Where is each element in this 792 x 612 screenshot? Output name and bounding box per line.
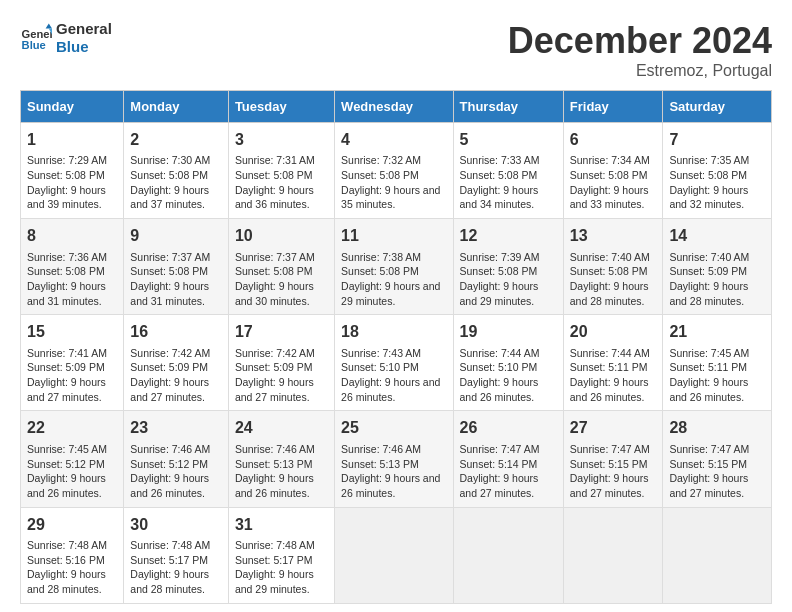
calendar-week-row: 15Sunrise: 7:41 AMSunset: 5:09 PMDayligh…	[21, 315, 772, 411]
calendar-cell: 31Sunrise: 7:48 AMSunset: 5:17 PMDayligh…	[228, 507, 334, 603]
calendar-week-row: 22Sunrise: 7:45 AMSunset: 5:12 PMDayligh…	[21, 411, 772, 507]
calendar-cell: 25Sunrise: 7:46 AMSunset: 5:13 PMDayligh…	[335, 411, 453, 507]
calendar-cell: 13Sunrise: 7:40 AMSunset: 5:08 PMDayligh…	[563, 219, 663, 315]
day-number: 21	[669, 321, 765, 343]
calendar-week-row: 29Sunrise: 7:48 AMSunset: 5:16 PMDayligh…	[21, 507, 772, 603]
day-number: 7	[669, 129, 765, 151]
calendar-cell: 27Sunrise: 7:47 AMSunset: 5:15 PMDayligh…	[563, 411, 663, 507]
day-number: 24	[235, 417, 328, 439]
calendar-cell: 14Sunrise: 7:40 AMSunset: 5:09 PMDayligh…	[663, 219, 772, 315]
day-number: 28	[669, 417, 765, 439]
day-number: 18	[341, 321, 446, 343]
svg-text:General: General	[22, 28, 52, 40]
day-number: 12	[460, 225, 557, 247]
day-number: 3	[235, 129, 328, 151]
calendar-cell: 23Sunrise: 7:46 AMSunset: 5:12 PMDayligh…	[124, 411, 229, 507]
day-number: 14	[669, 225, 765, 247]
calendar-cell: 24Sunrise: 7:46 AMSunset: 5:13 PMDayligh…	[228, 411, 334, 507]
header-wednesday: Wednesday	[335, 91, 453, 123]
calendar-cell: 18Sunrise: 7:43 AMSunset: 5:10 PMDayligh…	[335, 315, 453, 411]
svg-marker-2	[46, 24, 52, 29]
calendar-week-row: 8Sunrise: 7:36 AMSunset: 5:08 PMDaylight…	[21, 219, 772, 315]
day-number: 8	[27, 225, 117, 247]
day-number: 30	[130, 514, 222, 536]
logo-line1: General	[56, 20, 112, 38]
day-number: 25	[341, 417, 446, 439]
header-sunday: Sunday	[21, 91, 124, 123]
calendar-header-row: SundayMondayTuesdayWednesdayThursdayFrid…	[21, 91, 772, 123]
day-number: 26	[460, 417, 557, 439]
day-number: 13	[570, 225, 657, 247]
day-number: 23	[130, 417, 222, 439]
calendar-week-row: 1Sunrise: 7:29 AMSunset: 5:08 PMDaylight…	[21, 123, 772, 219]
calendar-cell	[663, 507, 772, 603]
calendar-cell: 11Sunrise: 7:38 AMSunset: 5:08 PMDayligh…	[335, 219, 453, 315]
day-number: 11	[341, 225, 446, 247]
day-number: 4	[341, 129, 446, 151]
day-number: 1	[27, 129, 117, 151]
calendar-cell: 10Sunrise: 7:37 AMSunset: 5:08 PMDayligh…	[228, 219, 334, 315]
day-number: 22	[27, 417, 117, 439]
calendar-cell	[453, 507, 563, 603]
calendar-cell	[563, 507, 663, 603]
header-friday: Friday	[563, 91, 663, 123]
calendar-cell: 20Sunrise: 7:44 AMSunset: 5:11 PMDayligh…	[563, 315, 663, 411]
calendar-cell: 12Sunrise: 7:39 AMSunset: 5:08 PMDayligh…	[453, 219, 563, 315]
logo-icon: General Blue	[20, 22, 52, 54]
header-thursday: Thursday	[453, 91, 563, 123]
calendar-cell: 3Sunrise: 7:31 AMSunset: 5:08 PMDaylight…	[228, 123, 334, 219]
header: General Blue General Blue December 2024 …	[20, 20, 772, 80]
calendar-cell: 1Sunrise: 7:29 AMSunset: 5:08 PMDaylight…	[21, 123, 124, 219]
header-tuesday: Tuesday	[228, 91, 334, 123]
calendar-title: December 2024	[508, 20, 772, 62]
calendar-cell: 21Sunrise: 7:45 AMSunset: 5:11 PMDayligh…	[663, 315, 772, 411]
day-number: 31	[235, 514, 328, 536]
calendar-subtitle: Estremoz, Portugal	[508, 62, 772, 80]
calendar-cell: 17Sunrise: 7:42 AMSunset: 5:09 PMDayligh…	[228, 315, 334, 411]
calendar-cell: 26Sunrise: 7:47 AMSunset: 5:14 PMDayligh…	[453, 411, 563, 507]
calendar-cell	[335, 507, 453, 603]
calendar-cell: 4Sunrise: 7:32 AMSunset: 5:08 PMDaylight…	[335, 123, 453, 219]
calendar-cell: 19Sunrise: 7:44 AMSunset: 5:10 PMDayligh…	[453, 315, 563, 411]
calendar-cell: 30Sunrise: 7:48 AMSunset: 5:17 PMDayligh…	[124, 507, 229, 603]
day-number: 5	[460, 129, 557, 151]
svg-text:Blue: Blue	[22, 39, 46, 51]
calendar-cell: 2Sunrise: 7:30 AMSunset: 5:08 PMDaylight…	[124, 123, 229, 219]
day-number: 20	[570, 321, 657, 343]
calendar-table: SundayMondayTuesdayWednesdayThursdayFrid…	[20, 90, 772, 604]
day-number: 19	[460, 321, 557, 343]
calendar-cell: 5Sunrise: 7:33 AMSunset: 5:08 PMDaylight…	[453, 123, 563, 219]
calendar-cell: 16Sunrise: 7:42 AMSunset: 5:09 PMDayligh…	[124, 315, 229, 411]
day-number: 17	[235, 321, 328, 343]
calendar-cell: 6Sunrise: 7:34 AMSunset: 5:08 PMDaylight…	[563, 123, 663, 219]
day-number: 27	[570, 417, 657, 439]
calendar-cell: 9Sunrise: 7:37 AMSunset: 5:08 PMDaylight…	[124, 219, 229, 315]
day-number: 9	[130, 225, 222, 247]
header-monday: Monday	[124, 91, 229, 123]
calendar-cell: 8Sunrise: 7:36 AMSunset: 5:08 PMDaylight…	[21, 219, 124, 315]
title-section: December 2024 Estremoz, Portugal	[508, 20, 772, 80]
day-number: 6	[570, 129, 657, 151]
calendar-cell: 15Sunrise: 7:41 AMSunset: 5:09 PMDayligh…	[21, 315, 124, 411]
calendar-cell: 22Sunrise: 7:45 AMSunset: 5:12 PMDayligh…	[21, 411, 124, 507]
day-number: 10	[235, 225, 328, 247]
day-number: 15	[27, 321, 117, 343]
day-number: 2	[130, 129, 222, 151]
day-number: 16	[130, 321, 222, 343]
logo-line2: Blue	[56, 38, 112, 56]
calendar-cell: 29Sunrise: 7:48 AMSunset: 5:16 PMDayligh…	[21, 507, 124, 603]
header-saturday: Saturday	[663, 91, 772, 123]
logo: General Blue General Blue	[20, 20, 112, 56]
day-number: 29	[27, 514, 117, 536]
calendar-cell: 7Sunrise: 7:35 AMSunset: 5:08 PMDaylight…	[663, 123, 772, 219]
calendar-cell: 28Sunrise: 7:47 AMSunset: 5:15 PMDayligh…	[663, 411, 772, 507]
